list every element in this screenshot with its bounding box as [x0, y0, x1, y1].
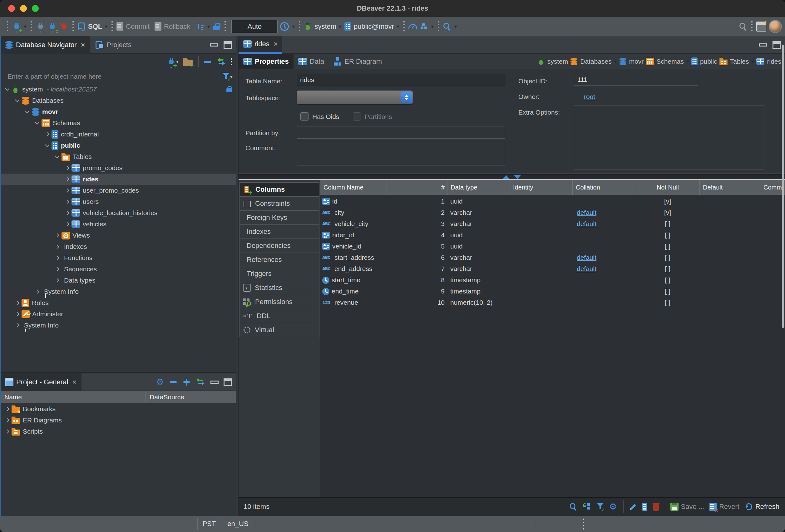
object-id-input[interactable]: [574, 74, 698, 85]
disconnect-button[interactable]: [59, 22, 69, 31]
expander-icon[interactable]: [64, 176, 70, 182]
header-comment[interactable]: Comm: [760, 180, 785, 195]
tree-item[interactable]: promo_codes: [0, 162, 236, 174]
sql-editor-button[interactable]: SQL: [77, 22, 108, 31]
project-tree-item[interactable]: Scripts: [0, 426, 236, 437]
maximize-panel-icon[interactable]: [224, 378, 232, 386]
expander-icon[interactable]: [44, 131, 50, 137]
tree-item[interactable]: Roles: [0, 297, 236, 308]
subtab[interactable]: Dependencies: [239, 238, 320, 253]
table-row[interactable]: revenue 10 numeric(10, 2) [ ]: [320, 297, 785, 308]
table-name-input[interactable]: [297, 74, 505, 86]
table-row[interactable]: end_time 9 timestamp [ ]: [320, 286, 785, 297]
breadcrumb-item[interactable]: Tables: [719, 57, 754, 66]
tree-item[interactable]: Functions: [0, 252, 236, 263]
column-collation-link[interactable]: default: [572, 254, 636, 261]
breadcrumb-item[interactable]: rides: [756, 58, 781, 65]
subtab[interactable]: Foreign Keys: [239, 210, 320, 225]
expander-icon[interactable]: [4, 429, 10, 434]
expander-icon[interactable]: [4, 406, 10, 412]
expander-icon[interactable]: [15, 311, 20, 317]
subtab[interactable]: DDL: [239, 309, 320, 323]
search-button[interactable]: [443, 22, 457, 31]
new-connection-button[interactable]: [12, 22, 27, 31]
comment-area[interactable]: [297, 142, 505, 166]
subtab[interactable]: Indexes: [239, 225, 320, 239]
expander-icon[interactable]: [64, 165, 70, 171]
editor-scrollbar[interactable]: [782, 45, 784, 328]
breadcrumb-item[interactable]: Databases: [570, 57, 617, 66]
table-row[interactable]: id 1 uuid [v]: [320, 196, 785, 207]
refresh-button[interactable]: Refresh: [745, 503, 779, 511]
tree-item[interactable]: Databases: [0, 95, 236, 106]
header-not-null[interactable]: Not Null: [636, 180, 700, 195]
table-row[interactable]: start_address 6 varchar default [ ]: [320, 252, 785, 263]
refresh-columns-icon[interactable]: [583, 503, 592, 511]
view-menu-button[interactable]: [230, 58, 233, 66]
expander-icon[interactable]: [44, 143, 50, 148]
tree-item[interactable]: Sequences: [0, 263, 236, 275]
column-not-null[interactable]: [ ]: [636, 220, 700, 228]
expander-icon[interactable]: [4, 86, 10, 92]
tree-item[interactable]: Administer: [0, 308, 236, 320]
tab-projects[interactable]: Projects: [90, 36, 136, 54]
column-not-null[interactable]: [v]: [636, 209, 700, 217]
subtab[interactable]: Statistics: [239, 281, 320, 295]
tree-item[interactable]: Schemas: [0, 118, 236, 129]
link-with-editor-button[interactable]: [216, 57, 226, 66]
has-oids-checkbox[interactable]: [300, 112, 308, 121]
tree-item[interactable]: Views: [0, 230, 236, 241]
partition-by-input[interactable]: [297, 126, 505, 138]
table-row[interactable]: vehicle_id 5 uuid [ ]: [320, 241, 785, 252]
revert-button[interactable]: Revert: [709, 503, 739, 511]
extra-options-area[interactable]: [574, 105, 764, 170]
tree-item[interactable]: crdb_internal: [0, 129, 236, 140]
link-with-editor-button[interactable]: [196, 378, 205, 386]
expander-icon[interactable]: [34, 120, 40, 126]
table-row[interactable]: end_address 7 varchar default [ ]: [320, 263, 785, 274]
tree-item[interactable]: vehicles: [0, 219, 236, 230]
connection-selector[interactable]: system: [304, 22, 342, 31]
tree-item[interactable]: public: [0, 140, 236, 151]
open-perspective-button[interactable]: [756, 22, 766, 31]
vertical-sash[interactable]: [236, 36, 238, 516]
expander-icon[interactable]: [15, 98, 20, 103]
search-icon[interactable]: [569, 503, 577, 511]
column-not-null[interactable]: [ ]: [636, 299, 700, 306]
expander-icon[interactable]: [64, 199, 70, 204]
tree-item[interactable]: user_promo_codes: [0, 185, 236, 196]
collapse-all-button[interactable]: [170, 378, 177, 386]
editor-view-tab[interactable]: Data: [294, 54, 329, 69]
column-collation-link[interactable]: default: [572, 220, 636, 228]
tree-item[interactable]: System Info: [0, 320, 236, 331]
user-avatar[interactable]: [769, 20, 782, 33]
expander-icon[interactable]: [54, 233, 60, 238]
subtab[interactable]: Permissions: [239, 295, 320, 309]
expander-icon[interactable]: [15, 323, 20, 328]
tab-project-general[interactable]: Project - General ×: [0, 373, 81, 391]
chevron-down-icon[interactable]: [751, 60, 754, 64]
new-folder-button[interactable]: [183, 58, 193, 66]
table-row[interactable]: start_time 8 timestamp [ ]: [320, 274, 785, 286]
close-icon[interactable]: ×: [274, 40, 278, 48]
close-icon[interactable]: ×: [81, 41, 85, 49]
table-row[interactable]: rider_id 4 uuid [ ]: [320, 229, 785, 241]
expander-icon[interactable]: [34, 289, 40, 295]
lock-button[interactable]: [213, 22, 221, 31]
owner-link[interactable]: root: [584, 93, 595, 101]
expander-icon[interactable]: [15, 300, 20, 306]
expander-icon[interactable]: [64, 210, 70, 216]
save-button[interactable]: Save ...: [670, 503, 704, 511]
tree-item[interactable]: Data types: [0, 275, 236, 286]
expander-icon[interactable]: [24, 109, 30, 115]
column-not-null[interactable]: [ ]: [636, 243, 700, 250]
header-ordinal[interactable]: #: [386, 180, 447, 195]
expander-icon[interactable]: [64, 188, 70, 193]
breadcrumb-item[interactable]: public: [691, 57, 717, 66]
delete-trash-icon[interactable]: [653, 503, 659, 511]
tree-item[interactable]: users: [0, 196, 236, 207]
commit-mode-combo[interactable]: Auto: [231, 20, 278, 33]
header-collation[interactable]: Collation: [572, 180, 636, 195]
breadcrumb-item[interactable]: movr: [619, 57, 644, 66]
subtab[interactable]: References: [239, 253, 320, 267]
